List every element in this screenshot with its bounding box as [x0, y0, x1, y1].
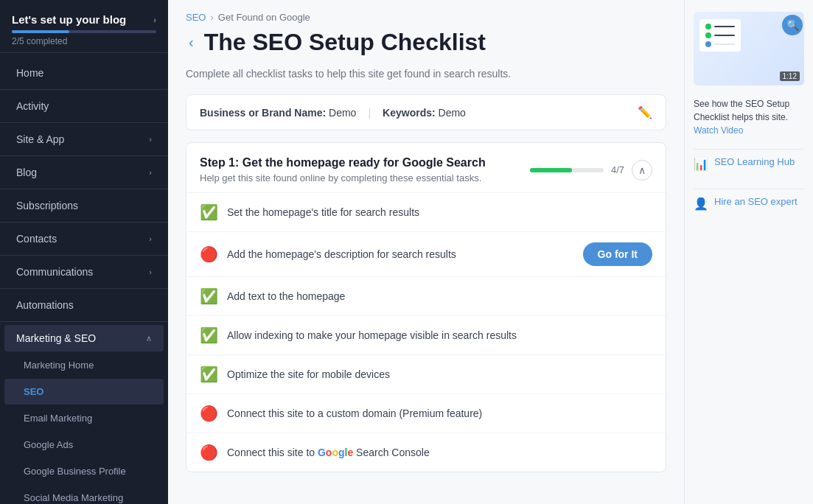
blog-setup-title[interactable]: Let's set up your blog › [12, 13, 156, 26]
sidebar-header: Let's set up your blog › 2/5 completed [0, 0, 168, 53]
task-item-description: 🔴 Add the homepage's description for sea… [186, 231, 666, 276]
hire-expert-icon: 👤 [694, 197, 708, 211]
sidebar-item-seo[interactable]: SEO [4, 379, 164, 405]
task-item-search-console: 🔴 Connect this site to Google Search Con… [186, 433, 666, 472]
task-icon-err-description: 🔴 [200, 245, 218, 263]
right-panel: 🔍 1:12 See how the SEO Setup Checklist h… [684, 0, 813, 504]
step-card: Step 1: Get the homepage ready for Googl… [186, 142, 666, 472]
sidebar-item-communications[interactable]: Communications › [4, 259, 164, 285]
sidebar-item-blog[interactable]: Blog › [4, 159, 164, 186]
step-progress-bar-fill [530, 168, 572, 172]
step-desc: Help get this site found online by compl… [200, 172, 486, 183]
step-toggle-button[interactable]: ∧ [632, 160, 652, 181]
task-label-domain: Connect this site to a custom domain (Pr… [227, 407, 652, 419]
checklist-line-2 [705, 32, 735, 38]
check-circle-2 [705, 32, 711, 38]
content-area: SEO › Get Found on Google ‹ The SEO Setu… [168, 0, 684, 504]
edit-icon[interactable]: ✏️ [638, 105, 652, 119]
sidebar-item-contacts[interactable]: Contacts › [4, 225, 164, 252]
video-duration: 1:12 [780, 71, 800, 81]
keywords-label: Keywords: [383, 107, 436, 119]
back-button[interactable]: ‹ [186, 34, 197, 51]
breadcrumb: SEO › Get Found on Google [168, 0, 684, 29]
sidebar-label-marketing-home: Marketing Home [24, 360, 94, 371]
sidebar-label-activity: Activity [16, 100, 49, 112]
sidebar-label-marketing-seo: Marketing & SEO [16, 332, 96, 344]
chevron-site-app: › [149, 135, 152, 144]
sidebar-item-google-business[interactable]: Google Business Profile [4, 458, 164, 484]
watch-video-link[interactable]: Watch Video [694, 125, 743, 136]
step-progress-label: 4/7 [611, 164, 624, 175]
task-icon-ok-title: ✅ [200, 203, 218, 221]
sidebar-item-email-marketing[interactable]: Email Marketing [4, 405, 164, 431]
task-label-text: Add text to the homepage [227, 290, 652, 302]
step-header: Step 1: Get the homepage ready for Googl… [186, 143, 666, 192]
search-icon: 🔍 [782, 15, 803, 35]
panel-desc-text: See how the SEO Setup Checklist helps th… [694, 99, 789, 122]
sidebar-label-blog: Blog [16, 167, 37, 178]
panel-description: See how the SEO Setup Checklist helps th… [694, 97, 804, 137]
sidebar-label-home: Home [16, 67, 43, 79]
page-subtitle: Complete all checklist tasks to help thi… [168, 68, 684, 94]
check-circle-3 [705, 41, 711, 47]
blog-setup-label: Let's set up your blog [12, 13, 126, 26]
business-value: Demo [329, 107, 356, 119]
task-item-mobile: ✅ Optimize the site for mobile devices [186, 354, 666, 393]
page-title: The SEO Setup Checklist [204, 29, 486, 56]
task-label-description: Add the homepage's description for searc… [227, 248, 574, 260]
sidebar-label-google-business: Google Business Profile [24, 466, 126, 477]
sidebar-label-social-media: Social Media Marketing [24, 492, 123, 503]
business-label: Business or Brand Name: [200, 107, 326, 119]
task-icon-ok-mobile: ✅ [200, 365, 218, 383]
task-icon-err-domain: 🔴 [200, 405, 218, 422]
sidebar-label-email-marketing: Email Marketing [24, 413, 92, 424]
info-bar-left: Business or Brand Name: Demo | Keywords:… [200, 107, 466, 119]
task-item-text: ✅ Add text to the homepage [186, 276, 666, 315]
hire-expert-link[interactable]: Hire an SEO expert [714, 195, 798, 209]
seo-hub-link[interactable]: SEO Learning Hub [714, 155, 795, 169]
main-area: SEO › Get Found on Google ‹ The SEO Setu… [168, 0, 813, 504]
sidebar-item-activity[interactable]: Activity [4, 93, 164, 119]
sidebar-item-social-media[interactable]: Social Media Marketing [4, 485, 164, 504]
checklist-line-1 [705, 24, 735, 29]
sidebar-item-marketing-seo[interactable]: Marketing & SEO ∧ [4, 325, 164, 351]
page-header: ‹ The SEO Setup Checklist [168, 29, 684, 68]
google-logo-text: Google [318, 447, 356, 458]
breadcrumb-parent[interactable]: SEO [186, 12, 206, 23]
go-for-it-button[interactable]: Go for It [583, 242, 652, 266]
video-checklist-graphic [699, 19, 741, 52]
blog-setup-chevron: › [153, 15, 156, 24]
sidebar-label-contacts: Contacts [16, 233, 57, 245]
breadcrumb-current: Get Found on Google [218, 12, 310, 23]
sidebar-label-seo: SEO [24, 386, 43, 397]
check-line-3 [714, 43, 735, 45]
hire-expert-link-item: 👤 Hire an SEO expert [694, 189, 804, 217]
breadcrumb-separator: › [210, 12, 213, 23]
task-icon-ok-text: ✅ [200, 287, 218, 305]
chevron-communications: › [149, 267, 152, 276]
sidebar-item-subscriptions[interactable]: Subscriptions [4, 192, 164, 219]
sidebar-label-google-ads: Google Ads [24, 439, 73, 450]
sidebar-item-automations[interactable]: Automations [4, 292, 164, 318]
seo-hub-icon: 📊 [694, 157, 708, 171]
step-progress: 4/7 ∧ [530, 160, 652, 181]
chevron-contacts: › [149, 234, 152, 243]
step-title: Step 1: Get the homepage ready for Googl… [200, 156, 486, 169]
sidebar: Let's set up your blog › 2/5 completed H… [0, 0, 168, 504]
sidebar-item-google-ads[interactable]: Google Ads [4, 432, 164, 458]
check-line-2 [714, 35, 735, 36]
search-console-suffix: Search Console [356, 447, 430, 458]
video-thumbnail[interactable]: 🔍 1:12 [694, 12, 804, 85]
task-label-title: Set the homepage's title for search resu… [227, 206, 652, 218]
sidebar-item-home[interactable]: Home [4, 60, 164, 86]
task-label-indexing: Allow indexing to make your homepage vis… [227, 329, 652, 341]
sidebar-label-automations: Automations [16, 299, 74, 311]
sidebar-item-marketing-home[interactable]: Marketing Home [4, 352, 164, 378]
sidebar-label-communications: Communications [16, 266, 93, 278]
sidebar-item-site-app[interactable]: Site & App › [4, 126, 164, 153]
task-item-title: ✅ Set the homepage's title for search re… [186, 192, 666, 231]
task-icon-ok-indexing: ✅ [200, 326, 218, 344]
step-progress-bar-bg [530, 168, 604, 172]
step-title-block: Step 1: Get the homepage ready for Googl… [200, 156, 486, 183]
sidebar-nav: Home Activity Site & App › Blog › Subscr… [0, 53, 168, 504]
